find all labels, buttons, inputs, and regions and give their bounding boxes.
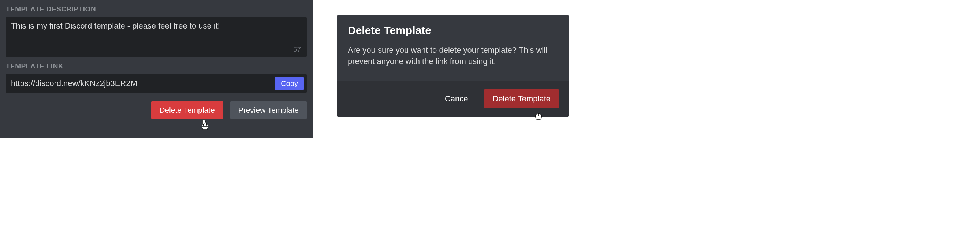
confirm-delete-button[interactable]: Delete Template <box>484 89 559 108</box>
modal-title: Delete Template <box>348 24 558 37</box>
delete-confirmation-modal: Delete Template Are you sure you want to… <box>337 15 569 117</box>
template-description-input[interactable] <box>11 21 302 47</box>
template-description-label: TEMPLATE DESCRIPTION <box>6 5 307 13</box>
template-link-input[interactable] <box>11 79 271 88</box>
preview-template-button[interactable]: Preview Template <box>230 101 307 119</box>
template-link-label: TEMPLATE LINK <box>6 62 307 70</box>
template-description-container: 57 <box>6 17 307 57</box>
cancel-button[interactable]: Cancel <box>442 91 473 107</box>
copy-button[interactable]: Copy <box>275 76 304 91</box>
template-link-container: Copy <box>6 74 307 93</box>
template-action-row: Delete Template Preview Template <box>6 101 307 119</box>
modal-footer: Cancel Delete Template <box>337 81 569 117</box>
template-settings-panel: TEMPLATE DESCRIPTION 57 TEMPLATE LINK Co… <box>0 0 313 138</box>
delete-template-button[interactable]: Delete Template <box>151 101 223 119</box>
modal-body: Delete Template Are you sure you want to… <box>337 15 569 81</box>
modal-text: Are you sure you want to delete your tem… <box>348 44 558 67</box>
char-count: 57 <box>293 45 301 54</box>
